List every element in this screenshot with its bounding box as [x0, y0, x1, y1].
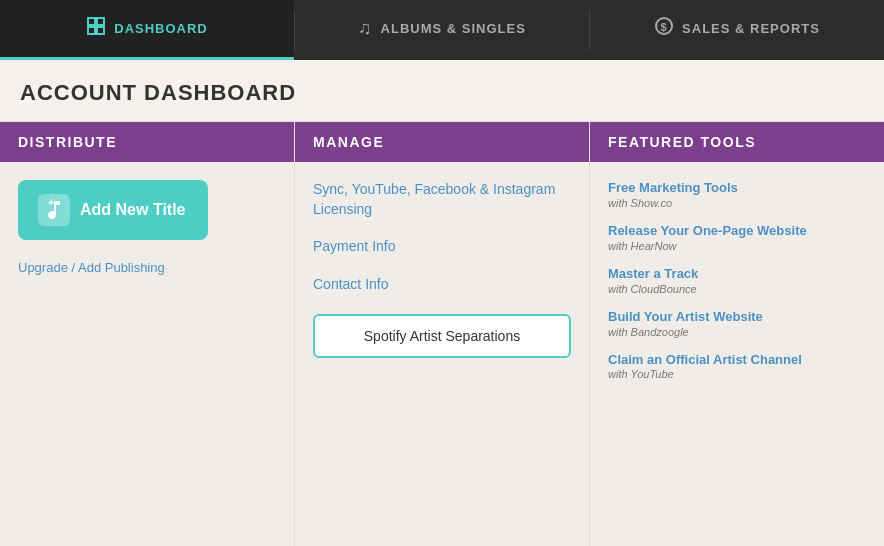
nav-label-sales: SALES & REPORTS	[682, 21, 820, 36]
dashboard-icon	[86, 16, 106, 41]
svg-text:$: $	[661, 21, 668, 33]
distribute-column: DISTRIBUTE + Add New Title Upgrade / Add…	[0, 122, 295, 546]
nav-label-dashboard: DASHBOARD	[114, 21, 208, 36]
add-new-title-button[interactable]: + Add New Title	[18, 180, 208, 240]
payment-link[interactable]: Payment Info	[313, 237, 571, 257]
music-note-icon: +	[38, 194, 70, 226]
sync-link[interactable]: Sync, YouTube, Facebook & Instagram Lice…	[313, 180, 571, 219]
manage-body: Sync, YouTube, Facebook & Instagram Lice…	[295, 162, 589, 546]
manage-header: MANAGE	[295, 122, 589, 162]
tool-marketing-link[interactable]: Free Marketing Tools	[608, 180, 866, 197]
nav-label-albums: ALBUMS & SINGLES	[381, 21, 526, 36]
sales-icon: $	[654, 16, 674, 41]
contact-link[interactable]: Contact Info	[313, 275, 571, 295]
svg-rect-2	[88, 27, 95, 34]
tool-oac-link[interactable]: Claim an Official Artist Channel	[608, 352, 866, 369]
distribute-body: + Add New Title Upgrade / Add Publishing	[0, 162, 294, 546]
page-header: ACCOUNT DASHBOARD	[0, 60, 884, 122]
nav-item-sales[interactable]: $ SALES & REPORTS	[590, 0, 884, 60]
add-new-title-label: Add New Title	[80, 201, 186, 219]
albums-icon: ♫	[358, 18, 373, 39]
tool-oac-subtitle: with YouTube	[608, 368, 866, 380]
tool-track-link[interactable]: Master a Track	[608, 266, 866, 283]
tool-marketing-subtitle: with Show.co	[608, 197, 866, 209]
tool-item-artist-website: Build Your Artist Website with Bandzoogl…	[608, 309, 866, 338]
nav-item-dashboard[interactable]: DASHBOARD	[0, 0, 294, 60]
spotify-separations-button[interactable]: Spotify Artist Separations	[313, 314, 571, 358]
svg-rect-0	[88, 18, 95, 25]
tool-item-oac: Claim an Official Artist Channel with Yo…	[608, 352, 866, 381]
tool-website-subtitle: with HearNow	[608, 240, 866, 252]
featured-tools-column: FEATURED TOOLS Free Marketing Tools with…	[590, 122, 884, 546]
tool-artist-website-link[interactable]: Build Your Artist Website	[608, 309, 866, 326]
manage-column: MANAGE Sync, YouTube, Facebook & Instagr…	[295, 122, 590, 546]
tool-artist-website-subtitle: with Bandzoogle	[608, 326, 866, 338]
main-content: DISTRIBUTE + Add New Title Upgrade / Add…	[0, 122, 884, 546]
svg-text:+: +	[48, 198, 54, 208]
tool-item-marketing: Free Marketing Tools with Show.co	[608, 180, 866, 209]
svg-rect-1	[97, 18, 104, 25]
featured-tools-body: Free Marketing Tools with Show.co Releas…	[590, 162, 884, 546]
svg-rect-3	[97, 27, 104, 34]
tool-website-link[interactable]: Release Your One-Page Website	[608, 223, 866, 240]
tool-item-track: Master a Track with CloudBounce	[608, 266, 866, 295]
tool-item-website: Release Your One-Page Website with HearN…	[608, 223, 866, 252]
upgrade-publishing-link[interactable]: Upgrade / Add Publishing	[18, 260, 165, 275]
nav-item-albums[interactable]: ♫ ALBUMS & SINGLES	[295, 0, 589, 60]
featured-tools-header: FEATURED TOOLS	[590, 122, 884, 162]
page-title: ACCOUNT DASHBOARD	[20, 80, 864, 106]
tool-track-subtitle: with CloudBounce	[608, 283, 866, 295]
top-nav: DASHBOARD ♫ ALBUMS & SINGLES $ SALES & R…	[0, 0, 884, 60]
distribute-header: DISTRIBUTE	[0, 122, 294, 162]
